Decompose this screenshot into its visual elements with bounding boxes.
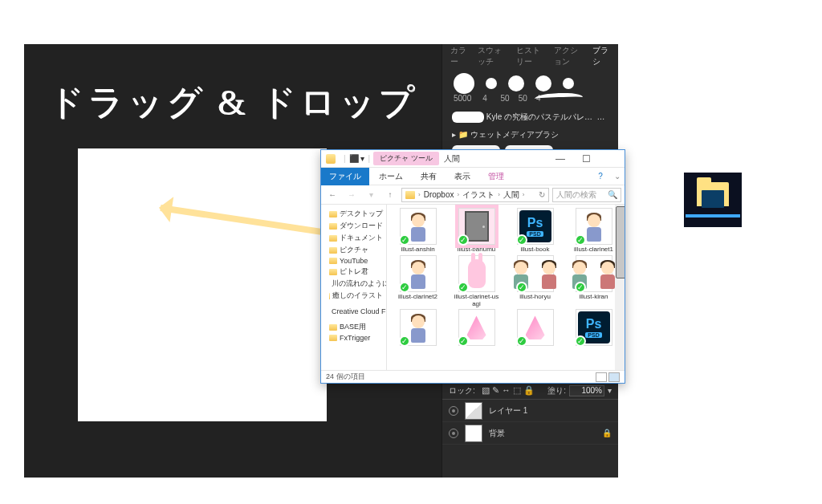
nav-item[interactable]: ドキュメント (321, 232, 386, 244)
up-button[interactable]: ↑ (382, 187, 398, 203)
refresh-icon[interactable]: ↻ (539, 190, 545, 199)
file-item[interactable]: ✓ (447, 309, 506, 348)
nav-item[interactable]: FxTrigger (321, 333, 386, 343)
ribbon-share[interactable]: 共有 (413, 168, 445, 185)
taskbar-explorer-icon[interactable] (684, 173, 742, 227)
sync-check-icon: ✓ (399, 282, 410, 293)
ribbon-view[interactable]: 表示 (446, 168, 478, 185)
layer-thumbnail[interactable] (465, 402, 482, 420)
breadcrumb[interactable]: › Dropbox› イラスト› 人間› ↻ (401, 188, 549, 202)
preset-folder[interactable]: ▸ 📁 ウェットメディアブラシ (452, 128, 608, 142)
file-name: illust-anshin (401, 246, 434, 254)
search-input[interactable]: 人間の検索🔍 (552, 188, 621, 202)
eye-icon[interactable] (449, 406, 458, 416)
panel-tabs[interactable]: カラー スウォッチ ヒストリー アクション ブラシ (442, 44, 618, 68)
help-icon[interactable]: ? (592, 172, 608, 181)
view-icons-icon[interactable] (608, 372, 620, 382)
file-item[interactable]: ✓ (389, 309, 447, 348)
file-explorer-icon (697, 182, 729, 206)
nav-item[interactable]: 川の流れのように2 (321, 278, 386, 290)
file-item[interactable]: ✓illust-horyu (506, 255, 564, 308)
breadcrumb-item[interactable]: イラスト (462, 189, 494, 201)
explorer-nav-pane[interactable]: ★クイック アクセス デスクトップダウンロードドキュメントピクチャYouTube… (321, 205, 387, 370)
file-name: illust-horyu (519, 294, 551, 301)
brush-preview-med2[interactable] (535, 75, 551, 91)
layers-panel: ロック: ▧ ✎ ↔ ⬚ 🔒 塗り: ▾ レイヤー 1 背景 🔒 (442, 381, 618, 478)
file-name: illust-clarinet-usagi (453, 294, 501, 308)
explorer-statusbar: 24 個の項目 (321, 370, 625, 383)
search-icon: 🔍 (608, 190, 617, 199)
sync-check-icon: ✓ (575, 234, 586, 246)
nav-creative-cloud[interactable]: Creative Cloud File… (321, 307, 386, 316)
explorer-address-bar: ← → ▾ ↑ › Dropbox› イラスト› 人間› ↻ 人間の検索🔍 (321, 185, 625, 205)
brush-preview-large[interactable] (454, 73, 474, 94)
sync-check-icon: ✓ (575, 282, 586, 293)
lock-icons[interactable]: ▧ ✎ ↔ ⬚ 🔒 (482, 385, 535, 396)
lock-icon: 🔒 (602, 429, 612, 437)
file-item[interactable]: ✓illust-clarinet-usagi (447, 255, 506, 308)
lock-label: ロック: (449, 385, 475, 396)
breadcrumb-item[interactable]: 人間 (503, 189, 519, 201)
file-item[interactable]: ✓illust-anshin (389, 208, 447, 254)
layer-name: レイヤー 1 (489, 405, 527, 417)
minimize-button[interactable]: — (547, 150, 573, 168)
photoshop-canvas[interactable] (78, 148, 327, 421)
item-count: 24 個の項目 (326, 372, 365, 382)
chevron-down-icon[interactable]: ▾ (608, 386, 612, 395)
file-name: illust-kiran (579, 294, 608, 301)
tab-brush[interactable]: ブラシ (592, 45, 610, 67)
tab-swatch[interactable]: スウォッチ (478, 45, 507, 67)
nav-item[interactable]: ダウンロード (321, 220, 386, 232)
breadcrumb-item[interactable]: Dropbox (424, 190, 454, 199)
view-details-icon[interactable] (596, 372, 607, 382)
nav-item[interactable]: YouTube (321, 256, 386, 266)
nav-item[interactable]: ピトレ君 (321, 266, 386, 278)
ribbon-home[interactable]: ホーム (371, 168, 411, 185)
file-name: illust-clarinet2 (398, 294, 437, 301)
context-tab[interactable]: ピクチャ ツール (373, 152, 439, 165)
sync-check-icon: ✓ (516, 335, 527, 347)
ribbon-manage[interactable]: 管理 (480, 168, 512, 185)
nav-item[interactable]: 癒しのイラスト (321, 290, 386, 302)
back-button[interactable]: ← (324, 187, 340, 203)
scrollbar[interactable] (615, 205, 625, 370)
tab-color[interactable]: カラー (450, 45, 468, 67)
explorer-window: | ⬛ ▾ | ピクチャ ツール 人間 — ☐ ✕ ファイル ホーム 共有 表示… (320, 149, 625, 384)
close-button[interactable]: ✕ (599, 150, 625, 168)
layer-thumbnail[interactable] (465, 425, 482, 442)
nav-item[interactable]: デスクトップ (321, 208, 386, 220)
fill-input[interactable] (569, 385, 604, 396)
sync-check-icon: ✓ (458, 282, 469, 293)
file-name: illust-book (520, 246, 549, 254)
nav-item[interactable]: ピクチャ (321, 244, 386, 256)
file-item[interactable]: ✓illust-bariumu (447, 208, 506, 254)
collapse-ribbon-icon[interactable]: ⌄ (610, 172, 625, 181)
headline-text: ドラッグ & ドロップ (48, 79, 417, 126)
file-item[interactable]: PsPSD✓illust-book (506, 208, 564, 254)
file-name: illust-bariumu (458, 246, 496, 254)
preset-row[interactable]: Kyle の究極のパステルパレ… Kyle の消しゴム - 自然なエッ… (452, 110, 608, 124)
layer-row[interactable]: 背景 🔒 (442, 422, 618, 445)
brush-preview-small[interactable] (486, 78, 497, 89)
brush-preview-med[interactable] (508, 75, 524, 91)
scrollbar-thumb[interactable] (616, 206, 625, 278)
recent-button[interactable]: ▾ (363, 187, 379, 203)
sync-check-icon: ✓ (458, 234, 469, 246)
nav-item[interactable]: BASE用 (321, 321, 386, 333)
explorer-file-pane[interactable]: ✓illust-anshin✓illust-bariumuPsPSD✓illus… (387, 205, 625, 370)
folder-icon (326, 154, 336, 164)
taskbar-active-indicator (686, 214, 740, 217)
ribbon-file[interactable]: ファイル (321, 168, 369, 185)
explorer-titlebar[interactable]: | ⬛ ▾ | ピクチャ ツール 人間 — ☐ ✕ (321, 150, 625, 168)
maximize-button[interactable]: ☐ (573, 150, 599, 168)
file-item[interactable]: ✓ (506, 309, 564, 348)
tab-actions[interactable]: アクション (554, 45, 583, 67)
eye-icon[interactable] (449, 429, 458, 438)
layer-row[interactable]: レイヤー 1 (442, 400, 618, 422)
brush-size-label: 5000 4 50 50 4 (454, 94, 540, 103)
fill-label: 塗り: (547, 385, 566, 396)
brush-preview-small2[interactable] (563, 78, 574, 89)
forward-button[interactable]: → (344, 187, 360, 203)
tab-history[interactable]: ヒストリー (516, 45, 545, 67)
file-item[interactable]: ✓illust-clarinet2 (389, 255, 447, 308)
